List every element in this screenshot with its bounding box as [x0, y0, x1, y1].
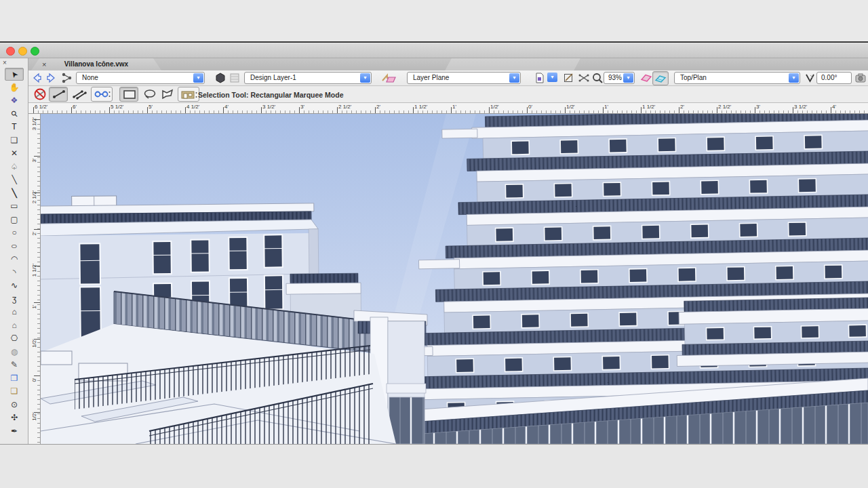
- rotation-angle-field[interactable]: 0.00°: [816, 72, 852, 84]
- active-plane-icon[interactable]: [381, 72, 399, 84]
- circle-tool-icon[interactable]: ○: [5, 226, 24, 239]
- pen-tool-icon[interactable]: ✎: [5, 359, 24, 371]
- plane-dropdown[interactable]: Layer Plane▼: [407, 72, 521, 84]
- tabbar-highlight: [442, 58, 582, 70]
- layer-plane-view-icon: [654, 73, 667, 84]
- basic-tool-palette: × ➤✋❖⚲T❏✕♤╲╲▭▢○○◠◝∿ʒ⌂⌂⎔◍✎❐❏⊙✣✒: [0, 58, 28, 444]
- share-icon[interactable]: [61, 72, 73, 84]
- screen: × Villanova Icône.vwx None▼ Design Layer…: [0, 0, 868, 488]
- locus-tool-icon[interactable]: ✕: [5, 147, 24, 160]
- shaded-polygon-tool-icon[interactable]: ◍: [5, 346, 24, 359]
- zoom-magnifier-icon[interactable]: [591, 72, 604, 84]
- line-tool-glyph: ╲: [12, 174, 16, 186]
- palette-header: ×: [0, 58, 28, 68]
- rectangular-marquee-icon: [123, 89, 136, 100]
- hruler-label: 0': [528, 104, 532, 110]
- freehand-tool-glyph: ∿: [11, 279, 18, 291]
- taper-tool-icon[interactable]: ❏: [5, 385, 24, 398]
- regular-polygon-tool-icon[interactable]: ⎔: [5, 332, 24, 345]
- class-dropdown-value: None: [82, 74, 98, 81]
- interactive-scaling-multi-icon[interactable]: [72, 87, 87, 101]
- callout-tool-icon[interactable]: ❏: [5, 134, 24, 147]
- double-polygon-tool-icon[interactable]: ⌂: [5, 319, 24, 332]
- zoom-level-dropdown-button[interactable]: ▼: [623, 73, 633, 83]
- interactive-scaling-single-icon: [52, 88, 66, 100]
- vruler-label: 0': [31, 372, 37, 388]
- arc-tool-icon[interactable]: ◠: [5, 253, 24, 266]
- pan-tool-icon[interactable]: ✋: [5, 81, 24, 94]
- tab-close-icon[interactable]: ×: [42, 58, 46, 70]
- view-dropdown-button[interactable]: ▼: [789, 73, 799, 83]
- view-dropdown[interactable]: Top/Plan▼: [674, 72, 800, 84]
- freehand-tool-icon[interactable]: ∿: [5, 279, 24, 292]
- circle-by-center-tool-icon[interactable]: ⊙: [5, 399, 24, 411]
- mirror-tool-icon[interactable]: ✣: [5, 411, 24, 424]
- oval-tool-icon[interactable]: ○: [5, 240, 24, 253]
- rectangular-marquee-button[interactable]: [119, 87, 138, 102]
- plane-dropdown-button[interactable]: ▼: [509, 73, 519, 83]
- drawing-canvas[interactable]: [41, 114, 868, 444]
- interactive-scaling-off-icon[interactable]: [33, 87, 47, 101]
- flyover-tool-icon[interactable]: ❖: [5, 94, 24, 107]
- rotation-angle-icon[interactable]: [804, 72, 816, 84]
- layer-dropdown-value: Design Layer-1: [250, 74, 296, 81]
- rounded-rectangle-tool-icon[interactable]: ▢: [5, 214, 24, 226]
- back-arrow-icon[interactable]: [31, 72, 43, 84]
- layer-dropdown[interactable]: Design Layer-1▼: [244, 72, 372, 84]
- minimize-window-button[interactable]: [18, 47, 27, 56]
- class-options-icon[interactable]: [214, 72, 226, 84]
- hruler-label: 5': [149, 104, 153, 110]
- polyline-tool-glyph: ʒ: [12, 293, 17, 305]
- polygon-tool-icon[interactable]: ⌂: [5, 306, 24, 319]
- hruler-label: 1': [604, 104, 608, 110]
- quarter-arc-tool-icon[interactable]: ◝: [5, 266, 24, 279]
- zoom-level-field[interactable]: 93%▼: [604, 72, 635, 84]
- document-settings-dropdown[interactable]: ▼: [547, 72, 558, 84]
- palette-close-icon[interactable]: ×: [3, 59, 7, 66]
- document-settings-icon[interactable]: [533, 72, 545, 84]
- polygon-marquee-icon[interactable]: [160, 87, 175, 101]
- symbol-options-button[interactable]: [178, 87, 199, 102]
- forward-arrow-icon[interactable]: [45, 72, 57, 84]
- extrude-tool-icon[interactable]: ❐: [5, 372, 24, 385]
- fillet-tool-icon[interactable]: ✒: [5, 425, 24, 438]
- hruler-label: 6': [73, 104, 77, 110]
- zoom-window-button[interactable]: [31, 47, 39, 56]
- view-bar: None▼ Design Layer-1▼ Layer Plane▼ ▼ 93%…: [0, 70, 868, 86]
- layer-options-icon[interactable]: [229, 72, 241, 84]
- fit-to-objects-icon[interactable]: [578, 72, 590, 84]
- rectangle-tool-icon[interactable]: ▭: [5, 200, 24, 213]
- snap-constraint-icon: [94, 89, 111, 100]
- polygon-tool-glyph: ⌂: [12, 306, 16, 318]
- lasso-marquee-icon[interactable]: [142, 87, 157, 101]
- interactive-scaling-single-button[interactable]: [49, 87, 68, 102]
- locus-tool-glyph: ✕: [11, 147, 18, 159]
- eyedropper-tool-icon[interactable]: ♤: [5, 161, 24, 174]
- camera-icon[interactable]: [854, 72, 867, 84]
- double-line-tool-icon[interactable]: ╲: [5, 187, 24, 200]
- document-settings-dropdown-button[interactable]: ▼: [547, 73, 557, 82]
- layer-dropdown-button[interactable]: ▼: [360, 73, 370, 83]
- text-tool-glyph: T: [12, 121, 16, 133]
- selection-tool-icon[interactable]: ➤: [5, 68, 24, 81]
- hruler-label: 2 1/2': [718, 104, 731, 110]
- working-plane-icon[interactable]: [640, 72, 652, 84]
- hruler-label: 1': [452, 104, 456, 110]
- snap-constraint-button[interactable]: [91, 87, 113, 102]
- class-dropdown[interactable]: None▼: [76, 72, 205, 84]
- hruler-label: 1 1/2': [642, 104, 655, 110]
- text-tool-icon[interactable]: T: [5, 121, 24, 134]
- polyline-tool-icon[interactable]: ʒ: [5, 293, 24, 306]
- page-fit-icon[interactable]: [563, 72, 575, 84]
- zoom-tool-icon[interactable]: ⚲: [5, 108, 24, 121]
- plane-dropdown-value: Layer Plane: [413, 74, 449, 81]
- close-window-button[interactable]: [6, 47, 15, 56]
- quarter-arc-tool-glyph: ◝: [13, 266, 16, 279]
- layer-plane-view-button[interactable]: [652, 71, 669, 85]
- document-tab[interactable]: × Villanova Icône.vwx: [31, 58, 161, 70]
- class-dropdown-button[interactable]: ▼: [193, 73, 203, 83]
- hruler-label: 2': [376, 104, 380, 110]
- hruler-label: 4': [224, 104, 229, 110]
- line-tool-icon[interactable]: ╲: [5, 174, 24, 186]
- hruler-label: 2 1/2': [338, 104, 351, 110]
